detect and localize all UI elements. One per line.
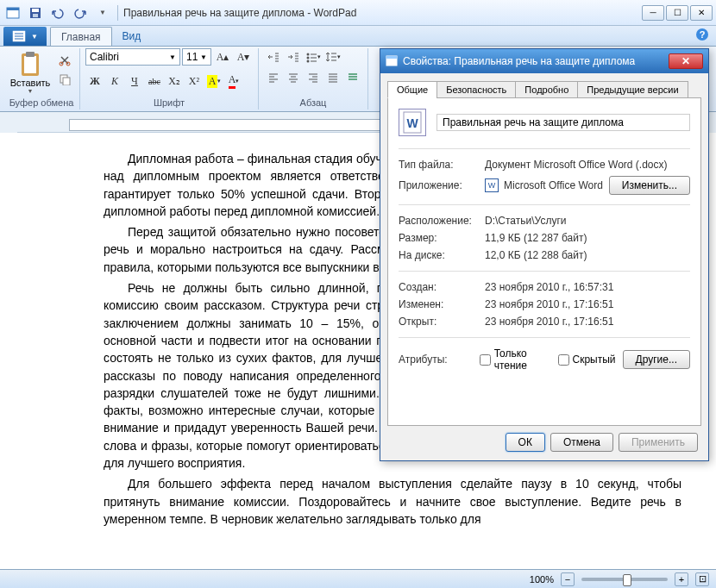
svg-rect-3: [32, 9, 39, 12]
underline-button[interactable]: Ч: [125, 72, 144, 90]
chevron-down-icon: ▼: [31, 33, 38, 41]
align-justify-button[interactable]: [323, 69, 342, 86]
statusbar: 100% − + ⊡: [0, 569, 716, 588]
file-icon: [12, 30, 26, 42]
line-spacing-button[interactable]: ▾: [323, 48, 342, 66]
maximize-button[interactable]: ☐: [666, 5, 688, 21]
dialog-close-button[interactable]: ✕: [669, 53, 703, 69]
readonly-checkbox[interactable]: Только чтение: [480, 347, 551, 372]
zoom-out-button[interactable]: −: [561, 572, 575, 586]
paste-label: Вставить: [10, 78, 51, 88]
file-menu-button[interactable]: ▼: [3, 27, 47, 46]
svg-rect-17: [63, 78, 70, 85]
increase-indent-button[interactable]: [284, 48, 303, 66]
font-color-icon: A: [229, 73, 236, 89]
tab-security[interactable]: Безопасность: [437, 81, 516, 98]
italic-button[interactable]: К: [105, 72, 124, 90]
quick-access-toolbar: ▼: [3, 3, 112, 22]
tab-previous[interactable]: Предыдущие версии: [577, 81, 688, 98]
font-name-select[interactable]: Calibri▼: [85, 48, 180, 66]
dialog-footer: ОК Отмена Применить: [387, 426, 701, 454]
ok-button[interactable]: ОК: [506, 433, 545, 452]
location-value: D:\Статьи\Услуги: [485, 215, 690, 227]
attributes-label: Атрибуты:: [399, 353, 473, 366]
filetype-label: Тип файла:: [399, 159, 485, 171]
highlight-button[interactable]: A▾: [204, 72, 223, 90]
window-title: Правильная речь на защите диплома - Word…: [123, 7, 356, 19]
close-icon: ✕: [681, 55, 690, 67]
svg-rect-13: [26, 52, 35, 57]
other-attrs-button[interactable]: Другие...: [623, 350, 690, 369]
group-font: Calibri▼ 11▼ A▴ A▾ Ж К Ч abc X₂ X² A▾ A▾…: [80, 48, 259, 109]
redo-icon[interactable]: [71, 3, 90, 22]
hidden-checkbox[interactable]: Скрытый: [558, 353, 616, 366]
filename-field[interactable]: Правильная речь на защите диплома: [437, 114, 690, 131]
subscript-button[interactable]: X₂: [165, 72, 184, 90]
save-icon[interactable]: [26, 3, 45, 22]
bullets-button[interactable]: ▾: [304, 48, 323, 66]
cut-button[interactable]: [55, 52, 74, 69]
minimize-button[interactable]: ─: [642, 5, 664, 21]
group-clipboard: Вставить ▼ Буфер обмена: [3, 48, 80, 109]
created-label: Создан:: [399, 281, 485, 293]
svg-text:W: W: [406, 116, 418, 130]
modified-value: 23 ноября 2010 г., 17:16:51: [485, 298, 690, 310]
highlight-icon: A: [207, 75, 218, 88]
font-color-button[interactable]: A▾: [224, 72, 243, 90]
chevron-down-icon: ▼: [28, 88, 34, 94]
superscript-button[interactable]: X²: [185, 72, 204, 90]
align-center-button[interactable]: [284, 69, 303, 86]
align-left-button[interactable]: [264, 69, 283, 86]
apply-button[interactable]: Применить: [619, 433, 698, 452]
close-button[interactable]: ✕: [690, 5, 713, 21]
copy-button[interactable]: [55, 71, 74, 88]
tab-home[interactable]: Главная: [50, 27, 112, 46]
shrink-font-button[interactable]: A▾: [234, 48, 253, 66]
group-font-label: Шрифт: [85, 97, 253, 109]
change-app-button[interactable]: Изменить...: [609, 176, 690, 195]
tab-view[interactable]: Вид: [112, 27, 152, 46]
app-menu-icon[interactable]: [3, 3, 22, 22]
paragraph: Для большего эффекта перед началом высту…: [104, 475, 681, 528]
font-size-select[interactable]: 11▼: [182, 48, 211, 66]
svg-point-20: [307, 60, 310, 63]
size-value: 11,9 КБ (12 287 байт): [485, 232, 690, 244]
size-label: Размер:: [399, 232, 485, 244]
svg-text:?: ?: [700, 29, 706, 40]
dialog-titlebar[interactable]: Свойства: Правильная речь на защите дипл…: [380, 49, 708, 73]
help-icon[interactable]: ?: [695, 28, 709, 44]
grow-font-button[interactable]: A▴: [213, 48, 232, 66]
app-value: Microsoft Office Word: [504, 179, 603, 191]
dialog-title: Свойства: Правильная речь на защите дипл…: [403, 55, 635, 67]
zoom-in-button[interactable]: +: [675, 572, 688, 586]
word-app-icon: W: [485, 178, 499, 192]
decrease-indent-button[interactable]: [264, 48, 283, 66]
fit-button[interactable]: ⊡: [695, 572, 709, 586]
bold-button[interactable]: Ж: [85, 72, 104, 90]
dialog-icon: [386, 54, 398, 69]
zoom-slider[interactable]: [581, 578, 668, 581]
qat-dropdown-icon[interactable]: ▼: [93, 3, 112, 22]
paragraph-dialog-button[interactable]: [343, 69, 362, 86]
svg-point-18: [307, 53, 310, 56]
tab-content-general: W Правильная речь на защите диплома Тип …: [387, 98, 701, 426]
clipboard-icon: [16, 50, 44, 78]
app-label: Приложение:: [399, 179, 485, 191]
align-right-button[interactable]: [304, 69, 323, 86]
strike-button[interactable]: abc: [145, 72, 164, 90]
tab-details[interactable]: Подробно: [515, 81, 578, 98]
cancel-button[interactable]: Отмена: [550, 433, 613, 452]
location-label: Расположение:: [399, 215, 485, 227]
ribbon-tabs: ▼ Главная Вид ?: [0, 26, 716, 47]
undo-icon[interactable]: [48, 3, 67, 22]
modified-label: Изменен:: [399, 298, 485, 310]
filetype-value: Документ Microsoft Office Word (.docx): [485, 159, 690, 171]
created-value: 23 ноября 2010 г., 16:57:31: [485, 281, 690, 293]
size-disk-value: 12,0 КБ (12 288 байт): [485, 249, 690, 261]
paste-button[interactable]: Вставить ▼: [9, 48, 52, 96]
group-clipboard-label: Буфер обмена: [9, 97, 74, 109]
group-paragraph-label: Абзац: [264, 97, 362, 109]
svg-rect-22: [386, 56, 397, 59]
word-doc-icon: W: [399, 109, 426, 136]
tab-general[interactable]: Общие: [387, 81, 437, 98]
